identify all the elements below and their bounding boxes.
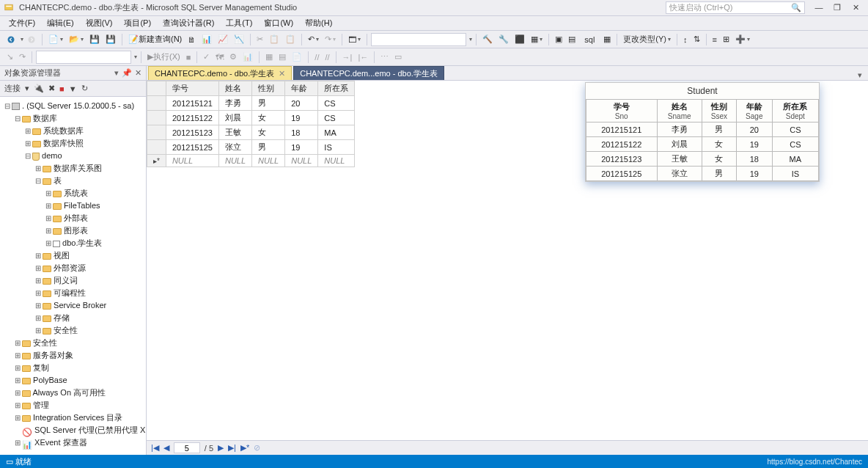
filter-icon[interactable]: ▼ (69, 84, 77, 93)
menu-help[interactable]: 帮助(H) (301, 16, 336, 30)
menu-view[interactable]: 视图(V) (81, 16, 117, 30)
tree-databases[interactable]: ⊟ 数据库 (0, 112, 146, 125)
tree-ext-resource[interactable]: ⊞ 外部资源 (0, 262, 146, 274)
tab-student-table-1[interactable]: CHANTECPC.demo - dbo.学生表 ✕ (148, 66, 292, 80)
cell[interactable]: MA (318, 125, 355, 140)
tree-synonyms[interactable]: ⊞ 同义词 (0, 274, 146, 287)
show-sql-button[interactable]: sql (579, 32, 600, 47)
null-cell[interactable]: NULL (285, 155, 318, 167)
dropdown-icon[interactable]: ▾ (114, 68, 119, 78)
cell[interactable]: 女 (252, 111, 285, 125)
xmla-query-button[interactable]: 📉 (232, 32, 246, 47)
save-all-button[interactable]: 💾 (103, 32, 118, 47)
close-button[interactable]: ✕ (847, 3, 864, 12)
null-cell[interactable]: NULL (318, 155, 355, 167)
indent-button[interactable]: →| (340, 50, 355, 65)
null-cell[interactable]: NULL (252, 155, 285, 167)
next-record-button[interactable]: ▶ (218, 443, 224, 453)
show-criteria-button[interactable]: ▤ (566, 32, 578, 47)
tree-filetables[interactable]: ⊞ FileTables (0, 200, 146, 212)
chevron-down-icon[interactable]: ▾ (21, 36, 23, 43)
tree-sql-agent[interactable]: 🚫 SQL Server 代理(已禁用代理 XP) (0, 424, 146, 436)
change-type-button[interactable]: 更改类型(Y)▾ (621, 32, 673, 47)
table-row[interactable]: 201215123王敏女18MA (147, 125, 355, 140)
tree-student-table[interactable]: ⊞ dbo.学生表 (0, 237, 146, 249)
disconnect-icon[interactable]: ✖ (48, 84, 55, 93)
tab-overflow-button[interactable]: ▾ (853, 70, 867, 80)
mdx-query-button[interactable]: 📈 (216, 32, 230, 47)
cell[interactable]: CS (318, 96, 355, 111)
cancel-edit-button[interactable]: ⊘ (254, 443, 260, 453)
cut-button[interactable]: ✂ (254, 32, 265, 47)
chevron-down-icon[interactable]: ▾ (134, 54, 137, 60)
stop-button[interactable]: ■ (184, 50, 194, 65)
cell[interactable]: 201215125 (166, 140, 218, 155)
tool-group-icon[interactable]: ⊞ (721, 32, 732, 47)
menu-query-designer[interactable]: 查询设计器(R) (158, 16, 218, 30)
tool-filter-icon[interactable]: ≡ (710, 32, 719, 47)
menu-tools[interactable]: 工具(T) (221, 16, 257, 30)
tree-external-tables[interactable]: ⊞ 外部表 (0, 212, 146, 224)
quick-launch-input[interactable]: 快速启动 (Ctrl+Q) 🔍 (666, 1, 805, 14)
col-dept[interactable]: 所在系 (318, 81, 355, 96)
table-row[interactable]: 201215121李勇男20CS (147, 96, 355, 111)
database-combo[interactable] (371, 33, 466, 46)
show-diagram-button[interactable]: ▣ (553, 32, 564, 47)
cell[interactable]: 女 (252, 125, 285, 140)
close-tab-icon[interactable]: ✕ (279, 69, 285, 78)
tree-integration[interactable]: ⊞ Integration Services 目录 (0, 412, 146, 424)
tool-hammer-icon[interactable]: 🔨 (480, 32, 495, 47)
tree-storage[interactable]: ⊞ 存储 (0, 312, 146, 324)
menu-file[interactable]: 文件(F) (4, 16, 40, 30)
tree-sys-db[interactable]: ⊞ 系统数据库 (0, 125, 146, 137)
results-file-button[interactable]: 📄 (290, 50, 304, 65)
tool-stop-icon[interactable]: ⬛ (512, 32, 527, 47)
query-options-button[interactable]: ⚙ (227, 50, 239, 65)
row-selector[interactable] (147, 125, 166, 140)
table-row[interactable]: 201215125张立男19IS (147, 140, 355, 155)
col-student-id[interactable]: 学号 (166, 81, 218, 96)
nav-back-button[interactable] (4, 32, 18, 47)
row-selector[interactable] (147, 140, 166, 155)
cell[interactable]: IS (318, 140, 355, 155)
null-cell[interactable]: NULL (166, 155, 218, 167)
undo-button[interactable]: ↶▾ (306, 32, 321, 47)
analysis-query-button[interactable]: 📊 (199, 32, 214, 47)
cell[interactable]: 19 (285, 111, 318, 125)
new-record-button[interactable]: ▶* (240, 443, 249, 453)
menu-window[interactable]: 窗口(W) (260, 16, 298, 30)
connect-icon[interactable]: 🔌 (34, 84, 44, 93)
tree-views[interactable]: ⊞ 视图 (0, 249, 146, 262)
tree-db-diagram[interactable]: ⊞ 数据库关系图 (0, 162, 146, 175)
tree-always-on[interactable]: ⊞ Always On 高可用性 (0, 387, 146, 399)
paste-button[interactable]: 📋 (283, 32, 298, 47)
new-query-button[interactable]: 📝 新建查询(N) (126, 32, 184, 47)
tree-server[interactable]: ⊟ . (SQL Server 15.0.2000.5 - sa) (0, 100, 146, 112)
comment-button[interactable]: // (312, 50, 321, 65)
cell[interactable]: 男 (252, 96, 285, 111)
tree-demo-db[interactable]: ⊟ demo (0, 150, 146, 162)
prev-record-button[interactable]: ◀ (163, 443, 169, 453)
tab-student-table-2[interactable]: CHANTECPC.dem...emo - dbo.学生表 (293, 66, 444, 80)
menu-edit[interactable]: 编辑(E) (43, 16, 78, 30)
context-combo[interactable] (36, 51, 131, 64)
tree-db-snapshot[interactable]: ⊞ 数据库快照 (0, 137, 146, 150)
tree-management[interactable]: ⊞ 管理 (0, 399, 146, 412)
tree-security-db[interactable]: ⊞ 安全性 (0, 324, 146, 337)
execute-button[interactable]: ▶ 执行(X) (145, 50, 183, 65)
cell[interactable]: 男 (252, 140, 285, 155)
restore-button[interactable]: ❐ (829, 3, 845, 12)
cell[interactable]: 201215121 (166, 96, 218, 111)
tree-graph-tables[interactable]: ⊞ 图形表 (0, 224, 146, 237)
tool-grid-icon[interactable]: ▦▾ (529, 32, 545, 47)
col-name[interactable]: 姓名 (218, 81, 251, 96)
tree-xevent[interactable]: ⊞📊 XEvent 探查器 (0, 436, 146, 449)
display-plan-button[interactable]: 🗺 (213, 50, 226, 65)
stop-icon[interactable]: ■ (59, 84, 65, 93)
cell[interactable]: 201215122 (166, 111, 218, 125)
tree-programmability[interactable]: ⊞ 可编程性 (0, 287, 146, 299)
open-button[interactable]: 📂▾ (67, 32, 86, 47)
step-into-icon[interactable]: ↘ (4, 50, 15, 65)
cell[interactable]: 18 (285, 125, 318, 140)
step-over-icon[interactable]: ↷ (17, 50, 28, 65)
